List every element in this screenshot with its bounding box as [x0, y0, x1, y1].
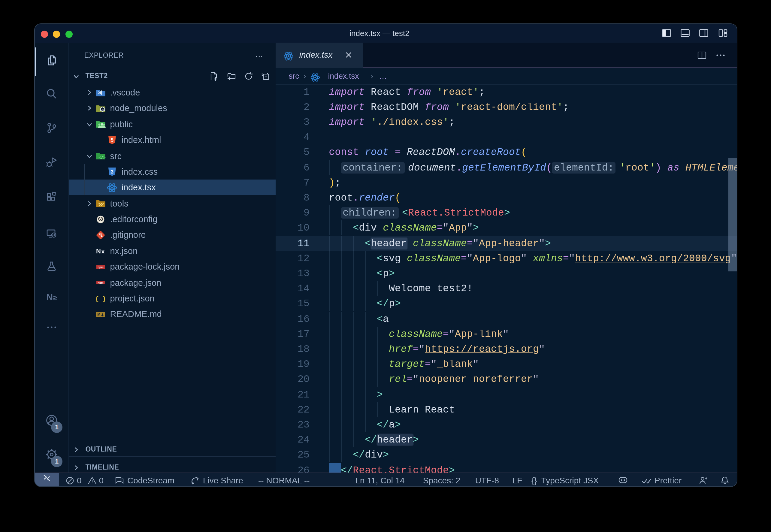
- svg-text:5: 5: [111, 138, 113, 143]
- svg-text:JS: JS: [101, 108, 104, 111]
- svg-text:M: M: [98, 313, 101, 317]
- svg-text:npm: npm: [98, 266, 104, 269]
- svg-text:x: x: [101, 249, 104, 255]
- svg-text:{ }: { }: [95, 296, 106, 303]
- svg-text:3: 3: [111, 169, 113, 174]
- svg-text:N: N: [96, 248, 101, 255]
- svg-text:npm: npm: [98, 281, 104, 284]
- svg-text:</>: </>: [99, 156, 106, 160]
